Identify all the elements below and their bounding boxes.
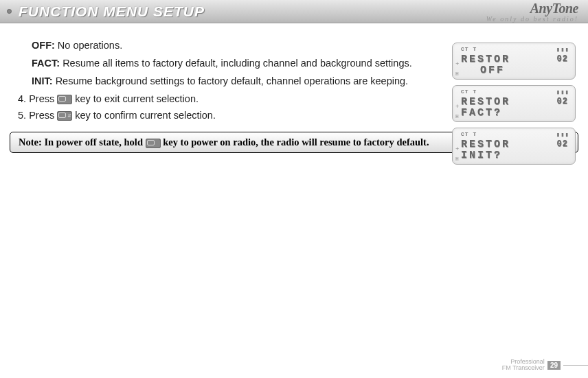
step-5-num: 5. (18, 110, 26, 121)
lcd-t-icon: T (473, 88, 477, 95)
lcd-1-line1: RESTOR (461, 54, 569, 64)
step-4-num: 4. (18, 93, 26, 104)
lcd-1-line2: OFF (461, 65, 569, 75)
footer-rule (563, 365, 588, 366)
lcd-side-icon: + (455, 104, 459, 110)
options-block: OFF: No operations. FACT: Resume all ite… (32, 38, 416, 122)
note-key-icon (146, 139, 161, 148)
option-fact-text: Resume all items to factory default, inc… (63, 58, 412, 69)
lcd-3: CT T ▮▮▮ + RESTOR 02 INIT? H (452, 128, 576, 165)
brand-block: AnyTone We only do best radio! (486, 0, 578, 23)
lcd-3-line1: RESTOR (461, 139, 569, 150)
lcd-group: CT T ▮▮▮ + RESTOR 02 OFF H CT T ▮▮▮ + RE… (452, 43, 576, 165)
lcd-t-icon: T (473, 46, 477, 52)
lcd-3-line2: INIT? (461, 150, 569, 161)
option-fact: FACT: Resume all items to factory defaul… (32, 56, 416, 70)
note-pre: Note: In power off state, hold (19, 137, 146, 147)
option-off-text: No operations. (58, 40, 122, 51)
lcd-ct-icon: CT (461, 131, 469, 137)
option-init-label: INIT: (32, 75, 53, 86)
lcd-t-icon: T (473, 131, 477, 137)
step-5-pre: Press (29, 110, 57, 121)
lcd-2: CT T ▮▮▮ + RESTOR 02 FACT? H (452, 85, 576, 122)
footer: Professional FM Transceiver 29 (502, 359, 588, 371)
step-4-post: key to exit current selection. (75, 93, 199, 104)
header-bar: FUNCTION MENU SETUP AnyTone We only do b… (0, 0, 588, 23)
lcd-3-top: CT T ▮▮▮ (461, 131, 569, 139)
page-title: FUNCTION MENU SETUP (19, 3, 205, 20)
page-number: 29 (547, 361, 561, 370)
battery-icon: ▮▮▮ (556, 131, 569, 139)
lcd-h-icon: H (455, 71, 459, 77)
option-init-text: Resume background settings to factory de… (56, 75, 408, 86)
option-off: OFF: No operations. (32, 38, 416, 52)
lcd-h-icon: H (455, 113, 459, 119)
lcd-3-val: 02 (557, 140, 568, 148)
lcd-ct-icon: CT (461, 88, 469, 95)
step-5: 5. Press key to confirm current selectio… (18, 108, 416, 122)
step-4: 4. Press key to exit current selection. (18, 92, 416, 106)
footer-text: Professional FM Transceiver (502, 359, 545, 371)
ent-key-icon (57, 111, 72, 121)
note-post: key to power on radio, the radio will re… (163, 137, 429, 147)
brand-logo: AnyTone (530, 1, 578, 16)
lcd-2-val: 02 (557, 97, 568, 106)
step-4-pre: Press (29, 93, 57, 104)
header-bullet-icon (7, 9, 12, 14)
lcd-1-top: CT T ▮▮▮ (461, 46, 569, 54)
lcd-1-val: 02 (557, 55, 568, 63)
lcd-h-icon: H (455, 156, 459, 162)
option-init: INIT: Resume background settings to fact… (32, 74, 416, 88)
lcd-1: CT T ▮▮▮ + RESTOR 02 OFF H (452, 43, 576, 80)
lcd-side-icon: + (455, 61, 459, 68)
battery-icon: ▮▮▮ (556, 88, 569, 96)
option-fact-label: FACT: (32, 58, 60, 69)
lcd-2-top: CT T ▮▮▮ (461, 88, 569, 96)
option-off-label: OFF: (32, 40, 55, 51)
lcd-side-icon: + (455, 146, 459, 153)
footer-line2: FM Transceiver (502, 365, 545, 371)
lcd-ct-icon: CT (461, 46, 469, 52)
step-5-post: key to confirm current selection. (75, 110, 216, 121)
lcd-2-line1: RESTOR (461, 97, 569, 107)
esc-key-icon (57, 95, 72, 104)
lcd-2-line2: FACT? (461, 108, 569, 118)
battery-icon: ▮▮▮ (556, 46, 569, 54)
brand-tagline: We only do best radio! (486, 15, 578, 23)
